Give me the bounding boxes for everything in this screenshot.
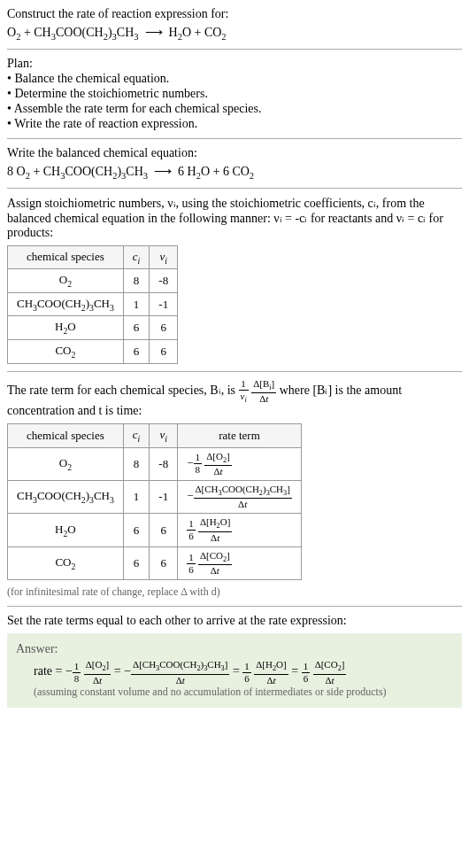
balanced-section: Write the balanced chemical equation: 8 … [7, 146, 462, 181]
products: H2O + CO2 [169, 26, 227, 39]
table-row: O2 8 -8 [8, 269, 178, 293]
plan-item: • Balance the chemical equation. [7, 72, 462, 86]
plan-item: • Assemble the rate term for each chemic… [7, 102, 462, 116]
cell-c: 6 [123, 339, 150, 363]
cell-c: 8 [123, 447, 150, 480]
table-header-row: chemical species ci νi [8, 245, 178, 269]
plan-item-text: Write the rate of reaction expression. [14, 117, 197, 130]
unbalanced-equation: O2 + CH3COO(CH2)3CH3 ⟶ H2O + CO2 [7, 25, 462, 42]
col-species: chemical species [8, 424, 124, 448]
cell-species: H2O [8, 316, 124, 340]
divider [7, 188, 462, 189]
cell-species: CO2 [8, 339, 124, 363]
col-vi: νi [150, 245, 178, 269]
rateterm-intro: The rate term for each chemical species,… [7, 379, 462, 418]
cell-v: -1 [150, 481, 178, 514]
cell-c: 6 [123, 514, 150, 546]
cell-v: 6 [150, 514, 178, 546]
divider [7, 606, 462, 607]
cell-v: 6 [150, 339, 178, 363]
rateterm-note: (for infinitesimal rate of change, repla… [7, 585, 462, 599]
table-row: CH3COO(CH2)3CH3 1 -1 [8, 292, 178, 316]
col-ci: ci [123, 245, 150, 269]
cell-species: CH3COO(CH2)3CH3 [8, 481, 124, 514]
balanced-equation: 8 O2 + CH3COO(CH2)3CH3 ⟶ 6 H2O + 6 CO2 [7, 164, 462, 181]
cell-c: 1 [123, 292, 150, 316]
col-species: chemical species [8, 245, 124, 269]
prompt-section: Construct the rate of reaction expressio… [7, 7, 462, 42]
cell-v: -1 [150, 292, 178, 316]
balanced-title: Write the balanced chemical equation: [7, 146, 462, 160]
cell-rate: 16 Δ[H2O]Δt [178, 514, 302, 546]
col-vi: νi [150, 424, 178, 448]
cell-rate: 16 Δ[CO2]Δt [178, 546, 302, 579]
table-row: CO2 6 6 [8, 339, 178, 363]
intro-text-a: The rate term for each chemical species,… [7, 384, 239, 397]
frac-dBi-dt: Δ[Bi]Δt [251, 379, 276, 404]
frac-1-over-vi: 1νi [239, 379, 249, 404]
cell-rate: −18 Δ[O2]Δt [178, 447, 302, 480]
reactants: O2 + CH3COO(CH2)3CH3 [7, 26, 139, 39]
cell-v: 6 [150, 546, 178, 579]
table-row: CH3COO(CH2)3CH3 1 -1 −Δ[CH3COO(CH2)3CH3]… [8, 481, 302, 514]
cell-v: 6 [150, 316, 178, 340]
stoich-intro: Assign stoichiometric numbers, νᵢ, using… [7, 196, 462, 240]
cell-v: -8 [150, 269, 178, 293]
cell-species: O2 [8, 269, 124, 293]
plan-title: Plan: [7, 57, 462, 71]
divider [7, 371, 462, 372]
divider [7, 49, 462, 50]
cell-c: 8 [123, 269, 150, 293]
cell-species: CO2 [8, 546, 124, 579]
plan-item-text: Determine the stoichiometric numbers. [14, 87, 208, 100]
plan-item-text: Balance the chemical equation. [14, 72, 169, 85]
final-section: Set the rate terms equal to each other t… [7, 614, 462, 707]
rate-expression: rate = −18 Δ[O2]Δt = −Δ[CH3COO(CH2)3CH3]… [34, 660, 453, 685]
cell-c: 6 [123, 546, 150, 579]
answer-label: Answer: [16, 642, 453, 656]
cell-v: -8 [150, 447, 178, 480]
prompt-text: Construct the rate of reaction expressio… [7, 7, 462, 21]
table-row: H2O 6 6 16 Δ[H2O]Δt [8, 514, 302, 546]
arrow: ⟶ [145, 26, 163, 39]
cell-c: 1 [123, 481, 150, 514]
cell-c: 6 [123, 316, 150, 340]
answer-note: (assuming constant volume and no accumul… [34, 686, 453, 699]
table-row: CO2 6 6 16 Δ[CO2]Δt [8, 546, 302, 579]
table-row: O2 8 -8 −18 Δ[O2]Δt [8, 447, 302, 480]
cell-species: H2O [8, 514, 124, 546]
cell-species: CH3COO(CH2)3CH3 [8, 292, 124, 316]
plan-item: • Write the rate of reaction expression. [7, 117, 462, 131]
col-rate: rate term [178, 424, 302, 448]
final-intro: Set the rate terms equal to each other t… [7, 614, 462, 628]
stoich-table: chemical species ci νi O2 8 -8 CH3COO(CH… [7, 245, 178, 364]
rateterm-section: The rate term for each chemical species,… [7, 379, 462, 600]
plan-item-text: Assemble the rate term for each chemical… [14, 102, 262, 115]
plan-section: Plan: • Balance the chemical equation. •… [7, 57, 462, 131]
cell-species: O2 [8, 447, 124, 480]
cell-rate: −Δ[CH3COO(CH2)3CH3]Δt [178, 481, 302, 514]
answer-box: Answer: rate = −18 Δ[O2]Δt = −Δ[CH3COO(C… [7, 633, 462, 707]
stoich-section: Assign stoichiometric numbers, νᵢ, using… [7, 196, 462, 364]
plan-item: • Determine the stoichiometric numbers. [7, 87, 462, 101]
table-row: H2O 6 6 [8, 316, 178, 340]
divider [7, 138, 462, 139]
rateterm-table: chemical species ci νi rate term O2 8 -8… [7, 423, 302, 580]
table-header-row: chemical species ci νi rate term [8, 424, 302, 448]
col-ci: ci [123, 424, 150, 448]
